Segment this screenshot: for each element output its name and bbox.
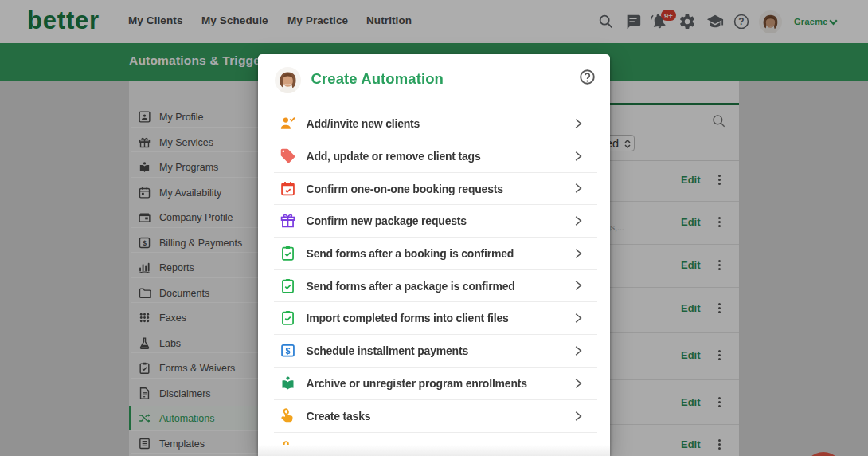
svg-text:$: $ — [285, 346, 290, 356]
